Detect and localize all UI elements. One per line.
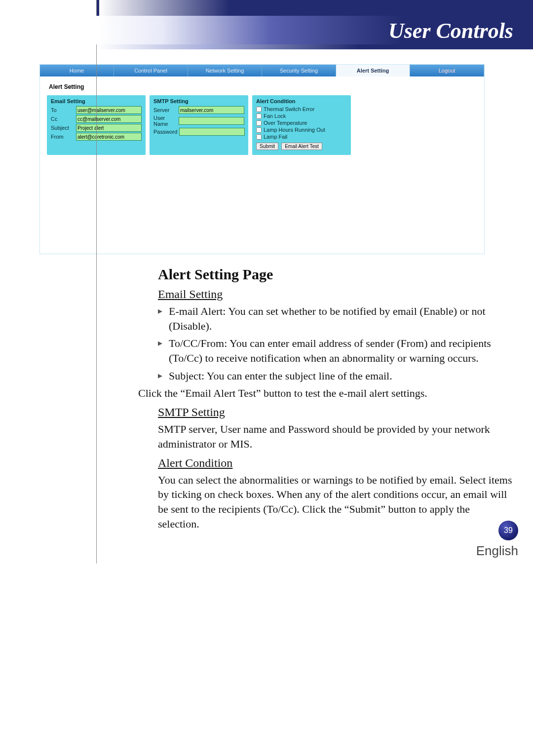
tab-security-setting[interactable]: Security Setting [262,65,336,76]
from-input[interactable] [76,133,142,141]
header-title-bar: User Controls [96,16,533,44]
manual-page: User Controls Home Control Panel Network… [0,0,533,564]
section-email-setting: Email Setting [158,288,513,301]
left-margin-rule [96,0,97,564]
email-alert-test-note: Click the “Email Alert Test” button to t… [138,386,513,401]
header-thin-bar [96,44,533,49]
alert-setting-screenshot: Home Control Panel Network Setting Secur… [39,64,485,254]
username-input[interactable] [179,117,244,125]
server-input[interactable] [179,106,244,114]
alert-condition-panel: Alert Condition Thermal Switch Error Fan… [252,95,351,155]
panel-row: Email Setting To Cc Subject From [47,95,477,155]
check-lamp-fail[interactable] [256,134,262,140]
tab-alert-setting[interactable]: Alert Setting [336,65,410,76]
username-label: User Name [153,115,177,127]
check-fan-lock[interactable] [256,113,262,119]
section-smtp-setting: SMTP Setting [158,406,513,419]
article-body: Alert Setting Page Email Setting E-mail … [158,266,513,531]
bullet-to-cc-from: To/CC/From: You can enter email address … [158,336,513,365]
tab-home[interactable]: Home [40,65,114,76]
label-fan-lock: Fan Lock [264,113,286,119]
to-label: To [51,107,74,113]
password-input[interactable] [179,128,245,136]
tab-network-setting[interactable]: Network Setting [188,65,262,76]
server-label: Server [153,107,177,113]
screenshot-body: Alert Setting Email Setting To Cc Subjec… [40,76,484,254]
header-title: User Controls [388,18,513,43]
page-footer: 39 English [476,521,518,559]
email-setting-bullets: E-mail Alert: You can set whether to be … [158,304,513,383]
check-thermal-switch-error[interactable] [256,107,262,112]
language-label: English [476,543,518,558]
screenshot-nav: Home Control Panel Network Setting Secur… [40,65,484,76]
screenshot-heading: Alert Setting [49,83,477,90]
cc-input[interactable] [76,115,142,123]
to-input[interactable] [76,106,142,114]
check-lamp-hours[interactable] [256,127,262,133]
section-alert-condition: Alert Condition [158,456,513,470]
label-over-temperature: Over Temperature [264,120,307,126]
header-top-bar [96,0,533,16]
submit-button[interactable]: Submit [256,143,278,150]
email-alert-test-button[interactable]: Email Alert Test [281,143,322,150]
tab-control-panel[interactable]: Control Panel [114,65,188,76]
check-over-temperature[interactable] [256,120,262,126]
smtp-setting-panel: SMTP Setting Server User Name Password [150,95,248,155]
alert-condition-title: Alert Condition [256,98,347,104]
label-thermal-switch-error: Thermal Switch Error [264,106,314,112]
bullet-subject: Subject: You can enter the subject line … [158,369,513,383]
smtp-setting-title: SMTP Setting [153,98,244,104]
tab-logout[interactable]: Logout [410,65,484,76]
label-lamp-hours: Lamp Hours Running Out [264,127,325,133]
password-label: Password [153,129,177,135]
bullet-email-alert: E-mail Alert: You can set whether to be … [158,304,513,333]
from-label: From [51,134,74,140]
article-page-title: Alert Setting Page [158,266,513,283]
alert-condition-paragraph: You can select the abnormalities or warn… [158,473,513,531]
cc-label: Cc [51,116,74,122]
page-number-badge: 39 [498,521,518,540]
smtp-paragraph: SMTP server, User name and Password shou… [158,422,513,451]
label-lamp-fail: Lamp Fail [264,134,287,140]
subject-label: Subject [51,125,74,131]
subject-input[interactable] [76,124,142,132]
